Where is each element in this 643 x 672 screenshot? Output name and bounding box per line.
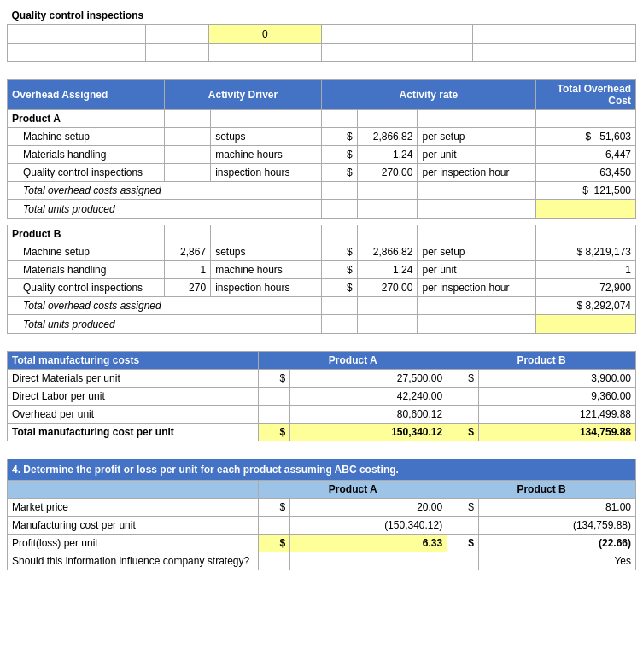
pb-mh-cost: 1 [535, 261, 635, 279]
profit-section-title: 4. Determine the profit or loss per unit… [8, 459, 636, 481]
gap-row-1 [8, 219, 636, 225]
col-total-overhead: Total Overhead Cost [535, 80, 635, 110]
profit-mfg-cost-label: Manufacturing cost per unit [8, 517, 259, 535]
pa-setup-cost: $ 51,603 [535, 128, 635, 146]
pa-setup-dollar: $ [321, 128, 357, 146]
profit-strategy-a-value [290, 552, 447, 570]
product-b-label: Product B [8, 225, 165, 243]
pb-qc: Quality control inspections [8, 279, 165, 297]
pb-total-units-value[interactable] [535, 315, 635, 334]
profit-col-product-a: Product A [259, 481, 447, 499]
col-activity-rate: Activity rate [321, 80, 535, 110]
pa-qc-qty [165, 164, 211, 182]
col-overhead-assigned: Overhead Assigned [8, 80, 165, 110]
profit-pl-a-dollar: $ [259, 535, 290, 552]
pb-total-overhead-cost: $ 8,292,074 [535, 297, 635, 315]
pb-setup-qty: 2,867 [165, 243, 211, 261]
profit-pl-b-dollar: $ [447, 535, 479, 552]
pa-mh-unit: machine hours [211, 146, 322, 164]
pb-qc-rate-label: per inspection hour [418, 279, 535, 297]
pa-total-units-label: Total units produced [8, 200, 322, 219]
pa-qc-dollar: $ [321, 164, 357, 182]
pb-mh-unit: machine hours [211, 261, 322, 279]
mfg-total-a-value: 150,340.12 [290, 424, 447, 441]
mfg-col-label: Total manufacturing costs [8, 352, 259, 370]
qc-cell4 [321, 25, 472, 44]
qc-title: Quality control inspections [8, 7, 636, 25]
pb-qc-qty: 270 [165, 279, 211, 297]
mfg-dl-a-value: 42,240.00 [290, 388, 447, 406]
pb-setup-dollar: $ [321, 243, 357, 261]
mfg-dm-a-dollar: $ [259, 370, 290, 388]
mfg-oh-a-value: 80,600.12 [290, 406, 447, 424]
qc-row2-cell4 [321, 44, 472, 62]
mfg-col-product-a: Product A [259, 352, 447, 370]
profit-mp-b-dollar: $ [447, 499, 479, 517]
pb-materials-handling: Materials handling [8, 261, 165, 279]
product-a-label: Product A [8, 110, 165, 128]
profit-market-price-label: Market price [8, 499, 259, 517]
pa-qc-rate: 270.00 [357, 164, 418, 182]
qc-row2-cell3 [208, 44, 321, 62]
qc-cell5 [472, 25, 635, 44]
profit-strategy-label: Should this information influence compan… [8, 552, 259, 570]
profit-strategy-b-value: Yes [478, 552, 635, 570]
profit-strategy-a-dollar [259, 552, 290, 570]
pa-total-units-value[interactable] [535, 200, 635, 219]
mfg-total-label: Total manufacturing cost per unit [8, 424, 259, 441]
mfg-oh-b-value: 121,499.88 [478, 406, 635, 424]
pb-setup-unit: setups [211, 243, 322, 261]
pb-setup-rate-label: per setup [418, 243, 535, 261]
mfg-direct-materials: Direct Materials per unit [8, 370, 259, 388]
pa-materials-handling: Materials handling [8, 146, 165, 164]
mfg-dm-b-value: 3,900.00 [478, 370, 635, 388]
qc-input[interactable]: 0 [208, 25, 321, 44]
pa-qc-unit: inspection hours [211, 164, 322, 182]
profit-mp-b-value: 81.00 [478, 499, 635, 517]
pa-qc-cost: 63,450 [535, 164, 635, 182]
pb-mh-rate: 1.24 [357, 261, 418, 279]
col-activity-driver: Activity Driver [165, 80, 322, 110]
pb-machine-setup: Machine setup [8, 243, 165, 261]
pb-setup-cost: $ 8,219,173 [535, 243, 635, 261]
pb-mh-dollar: $ [321, 261, 357, 279]
qc-row2-cell1 [8, 44, 146, 62]
profit-mfg-b-value: (134,759.88) [478, 517, 635, 535]
pa-mh-dollar: $ [321, 146, 357, 164]
pa-total-overhead-cost: $ 121,500 [535, 182, 635, 200]
pa-qc: Quality control inspections [8, 164, 165, 182]
pa-setup-unit: setups [211, 128, 322, 146]
pb-qc-cost: 72,900 [535, 279, 635, 297]
pa-mh-cost: 6,447 [535, 146, 635, 164]
pa-setup-rate: 2,866.82 [357, 128, 418, 146]
profit-col-label [8, 481, 259, 499]
pb-setup-rate: 2,866.82 [357, 243, 418, 261]
qc-row2-cell5 [472, 44, 635, 62]
mfg-total-b-dollar: $ [447, 424, 479, 441]
profit-mp-a-dollar: $ [259, 499, 290, 517]
pa-machine-setup: Machine setup [8, 128, 165, 146]
profit-pl-b-value: (22.66) [478, 535, 635, 552]
profit-col-product-b: Product B [447, 481, 636, 499]
profit-pl-a-value: 6.33 [290, 535, 447, 552]
pa-total-overhead-label: Total overhead costs assigned [8, 182, 322, 200]
pb-total-overhead-label: Total overhead costs assigned [8, 297, 322, 315]
pb-qc-rate: 270.00 [357, 279, 418, 297]
pb-total-units-label: Total units produced [8, 315, 322, 334]
profit-pl-label: Profit(loss) per unit [8, 535, 259, 552]
mfg-total-a-dollar: $ [259, 424, 290, 441]
mfg-overhead: Overhead per unit [8, 406, 259, 424]
qc-row2-cell2 [145, 44, 208, 62]
pa-mh-qty [165, 146, 211, 164]
mfg-dl-b-value: 9,360.00 [478, 388, 635, 406]
pa-setup-qty [165, 128, 211, 146]
pb-mh-rate-label: per unit [418, 261, 535, 279]
mfg-direct-labor: Direct Labor per unit [8, 388, 259, 406]
mfg-dm-b-dollar: $ [447, 370, 479, 388]
mfg-col-product-b: Product B [447, 352, 636, 370]
pa-mh-rate: 1.24 [357, 146, 418, 164]
profit-strategy-b-dollar [447, 552, 479, 570]
pb-qc-unit: inspection hours [211, 279, 322, 297]
pa-mh-rate-label: per unit [418, 146, 535, 164]
pa-setup-rate-label: per setup [418, 128, 535, 146]
